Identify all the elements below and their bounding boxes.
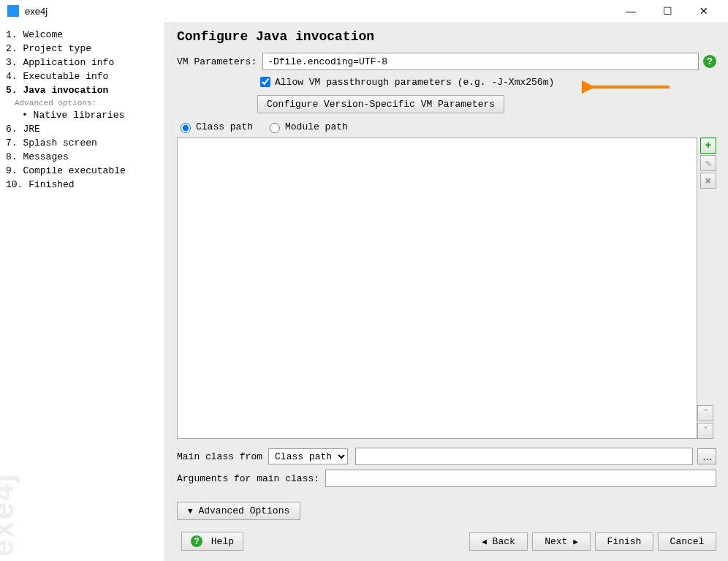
sidebar-step[interactable]: 6. JRE [4,122,164,136]
sidebar-step[interactable]: 1. Welcome [4,28,164,42]
radio-classpath-label: Class path [196,121,253,132]
radio-classpath[interactable]: Class path [177,121,253,133]
main-class-from-label: Main class from [177,451,262,462]
sidebar-step[interactable]: 4. Executable info [4,69,164,83]
main-class-input[interactable] [355,448,693,465]
app-icon [7,5,19,17]
help-icon[interactable]: ? [703,55,716,68]
advanced-options-button[interactable]: ▼ Advanced Options [177,502,300,520]
sidebar-step[interactable]: 2. Project type [4,42,164,56]
sidebar-step[interactable]: 10. Finished [4,178,164,192]
allow-passthrough-row: Allow VM passthrough parameters (e.g. -J… [257,75,716,89]
arguments-label: Arguments for main class: [177,473,319,484]
titlebar: exe4j — ☐ ✕ [0,0,728,22]
classpath-list[interactable] [177,138,697,439]
move-up-button[interactable]: ˄ [697,405,713,421]
sidebar-step[interactable]: 3. Application info [4,56,164,69]
sidebar-advanced-label: Advanced options: [4,97,164,108]
allow-passthrough-label: Allow VM passthrough parameters (e.g. -J… [275,77,554,88]
next-icon: ▶ [573,537,578,546]
move-down-button[interactable]: ˅ [697,423,713,439]
wizard-sidebar: 1. Welcome2. Project type3. Application … [0,22,164,561]
page-title: Configure Java invocation [177,29,716,44]
close-button[interactable]: ✕ [693,5,715,17]
help-button[interactable]: ? Help [181,532,243,551]
maximize-button[interactable]: ☐ [656,5,678,17]
help-button-label: Help [211,536,234,547]
sidebar-step[interactable]: 7. Splash screen [4,136,164,150]
back-button-label: Back [493,536,515,547]
browse-main-class-button[interactable]: … [697,448,716,464]
minimize-button[interactable]: — [620,5,642,17]
back-icon: ◀ [482,537,487,546]
remove-classpath-button[interactable]: ✖ [700,173,716,189]
next-button[interactable]: Next ▶ [532,532,591,551]
help-icon-small: ? [191,535,202,547]
add-classpath-button[interactable]: + [700,138,716,154]
radio-modulepath[interactable]: Module path [266,121,348,133]
window-controls: — ☐ ✕ [620,5,721,17]
allow-passthrough-checkbox[interactable] [260,77,270,87]
cancel-button[interactable]: Cancel [658,532,716,551]
next-button-label: Next [545,536,567,547]
sidebar-subitem[interactable]: • Native libraries [4,108,164,122]
chevron-down-icon: ▼ [188,507,193,516]
window-title: exe4j [25,6,48,17]
configure-version-button[interactable]: Configure Version-Specific VM Parameters [257,95,504,113]
sidebar-step[interactable]: 9. Compile executable [4,164,164,178]
back-button[interactable]: ◀ Back [469,532,528,551]
radio-modulepath-input[interactable] [270,123,280,133]
vm-parameters-input[interactable] [262,53,699,70]
radio-modulepath-label: Module path [285,121,348,132]
vm-parameters-label: VM Parameters: [177,56,257,67]
main-class-from-select[interactable]: Class path [268,448,348,464]
edit-classpath-button[interactable]: ✎ [700,155,716,171]
arguments-input[interactable] [325,470,716,487]
sidebar-watermark: exe4j [0,472,20,557]
finish-button[interactable]: Finish [595,532,653,551]
sidebar-step[interactable]: 8. Messages [4,150,164,164]
main-panel: Configure Java invocation VM Parameters:… [164,22,728,561]
sidebar-step[interactable]: 5. Java invocation [4,83,164,97]
radio-classpath-input[interactable] [181,123,191,133]
advanced-options-label: Advanced Options [198,505,289,516]
